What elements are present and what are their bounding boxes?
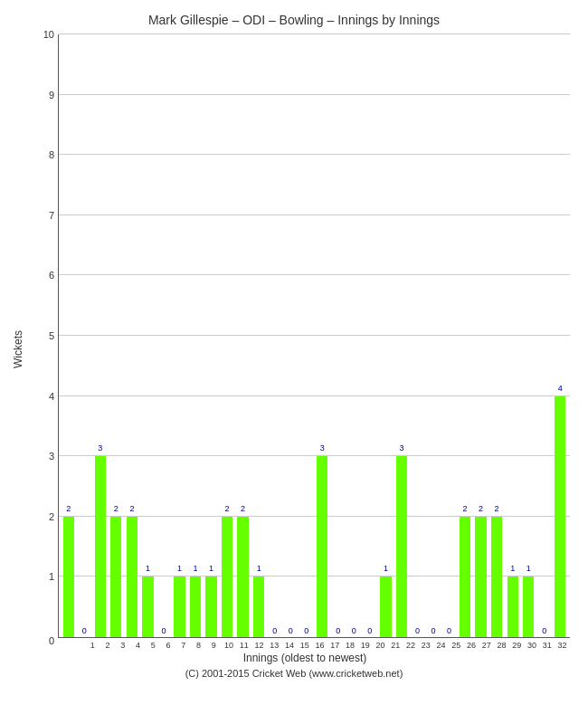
x-tick-label: 29	[509, 638, 525, 650]
bar-value-label: 1	[507, 564, 518, 573]
bar-group: 0	[299, 34, 315, 637]
bar-group: 1	[140, 34, 156, 637]
x-tick-label: 27	[479, 638, 495, 650]
y-tick-label: 3	[32, 451, 54, 462]
bar: 1	[174, 576, 185, 637]
y-zero-label: 0	[32, 635, 54, 646]
bars-row: 20322101112210003000130002221104	[59, 34, 570, 637]
bar: 4	[555, 396, 565, 637]
y-tick-label: 7	[32, 210, 54, 221]
bar-group: 1	[187, 34, 204, 637]
bar-value-label: 2	[127, 504, 138, 513]
bar-group: 3	[92, 34, 109, 637]
x-tick-label: 10	[222, 638, 237, 650]
y-tick-label: 8	[32, 149, 54, 160]
bar-value-label: 0	[156, 626, 172, 635]
bar: 2	[63, 517, 74, 637]
bar-value-label: 0	[410, 626, 426, 635]
y-tick-label: 5	[32, 330, 54, 341]
bar-value-label: 0	[346, 626, 363, 635]
bar-group: 0	[410, 34, 426, 637]
bar-group: 1	[251, 34, 267, 637]
y-tick-label: 4	[32, 391, 54, 402]
y-tick-label: 10	[32, 29, 54, 40]
bar-group: 3	[315, 34, 331, 637]
bar-group: 0	[282, 34, 299, 637]
bar-group: 0	[425, 34, 441, 637]
x-tick-label: 4	[130, 638, 146, 650]
y-axis-label: Wickets	[9, 34, 27, 664]
bar-group: 3	[394, 34, 410, 637]
bar-group: 1	[520, 34, 536, 637]
x-tick-label: 17	[327, 638, 343, 650]
x-tick-label: 30	[525, 638, 540, 650]
bar: 1	[142, 576, 153, 637]
bar-value-label: 0	[441, 626, 458, 635]
x-tick-label: 21	[388, 638, 403, 650]
bar-group: 0	[267, 34, 283, 637]
x-tick-label: 24	[433, 638, 449, 650]
bar: 1	[523, 576, 534, 637]
bar: 2	[110, 517, 121, 637]
bar-group: 1	[204, 34, 220, 637]
bar: 3	[396, 456, 407, 637]
bar-value-label: 0	[362, 626, 378, 635]
bar-value-label: 0	[77, 626, 93, 635]
bar-group: 2	[61, 34, 77, 637]
x-tick-label: 18	[343, 638, 358, 650]
bar-value-label: 3	[95, 443, 106, 452]
chart-title: Mark Gillespie – ODI – Bowling – Innings…	[9, 13, 579, 27]
x-tick-label: 15	[298, 638, 313, 650]
bar-value-label: 0	[330, 626, 346, 635]
bar: 2	[475, 517, 486, 637]
bar: 1	[205, 576, 216, 637]
x-tick-label: 1	[85, 638, 100, 650]
bar-value-label: 2	[63, 504, 74, 513]
bar-group: 2	[488, 34, 505, 637]
bar: 2	[222, 517, 232, 637]
x-tick-label: 13	[267, 638, 282, 650]
bar-value-label: 0	[536, 626, 553, 635]
bar: 2	[460, 517, 470, 637]
x-tick-label: 6	[161, 638, 176, 650]
bar-value-label: 3	[396, 443, 407, 452]
bar-value-label: 0	[267, 626, 283, 635]
x-axis-label: Innings (oldest to newest)	[31, 652, 579, 664]
bar-group: 1	[172, 34, 188, 637]
bar-group: 1	[505, 34, 521, 637]
bar: 1	[190, 576, 201, 637]
bar-group: 0	[330, 34, 346, 637]
bar-group: 4	[552, 34, 568, 637]
y-tick-label: 9	[32, 90, 54, 100]
chart-inner: 1234567891002032210111221000300013000222…	[31, 34, 579, 664]
bar-group: 2	[109, 34, 125, 637]
bar-value-label: 0	[299, 626, 315, 635]
bar-group: 0	[362, 34, 378, 637]
x-axis: 1234567891011121314151617181920212223242…	[85, 638, 570, 650]
x-tick-label: 7	[176, 638, 192, 650]
bar-value-label: 2	[475, 504, 486, 513]
grid-and-bars: 1234567891002032210111221000300013000222…	[58, 34, 570, 638]
x-tick-label: 3	[116, 638, 131, 650]
x-tick-label: 16	[312, 638, 327, 650]
x-tick-label: 5	[146, 638, 161, 650]
bar-group: 2	[457, 34, 473, 637]
bar-value-label: 0	[425, 626, 441, 635]
bar-value-label: 1	[523, 564, 534, 573]
x-tick-label: 14	[282, 638, 298, 650]
bar-group: 2	[219, 34, 235, 637]
bar-value-label: 1	[190, 564, 201, 573]
bar-value-label: 1	[253, 564, 264, 573]
bar: 1	[253, 576, 264, 637]
bar-group: 2	[235, 34, 251, 637]
bar-value-label: 2	[491, 504, 502, 513]
x-tick-label: 12	[251, 638, 267, 650]
bar-value-label: 2	[222, 504, 232, 513]
bar-group: 2	[473, 34, 489, 637]
bar: 2	[491, 517, 502, 637]
y-tick-label: 1	[32, 571, 54, 582]
x-tick-label: 19	[358, 638, 374, 650]
y-tick-label: 6	[32, 270, 54, 281]
y-tick-label: 2	[32, 511, 54, 522]
bar: 3	[95, 456, 106, 637]
